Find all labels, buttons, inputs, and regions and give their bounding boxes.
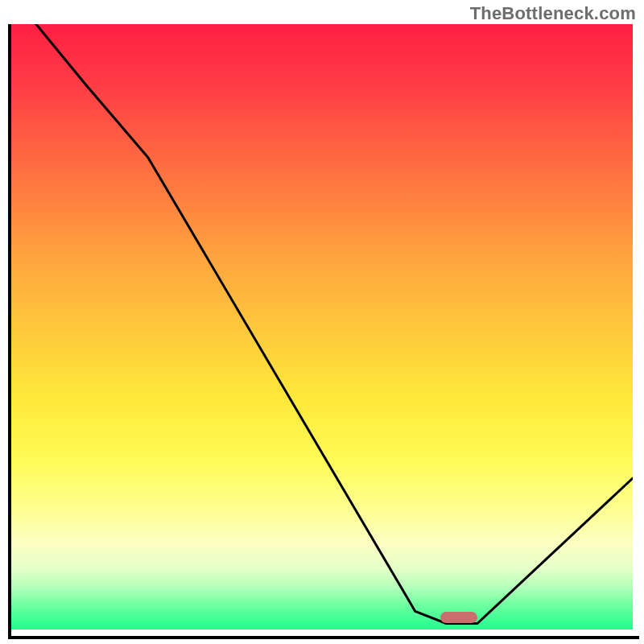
y-axis-line xyxy=(8,24,11,636)
chart-frame: TheBottleneck.com xyxy=(0,0,644,644)
plot-outer xyxy=(8,24,636,636)
watermark-label: TheBottleneck.com xyxy=(470,3,636,24)
curve-svg xyxy=(11,24,633,630)
curve-path xyxy=(11,24,633,623)
x-axis-line xyxy=(8,636,639,639)
minimum-marker xyxy=(440,612,477,623)
plot-area xyxy=(11,24,633,630)
